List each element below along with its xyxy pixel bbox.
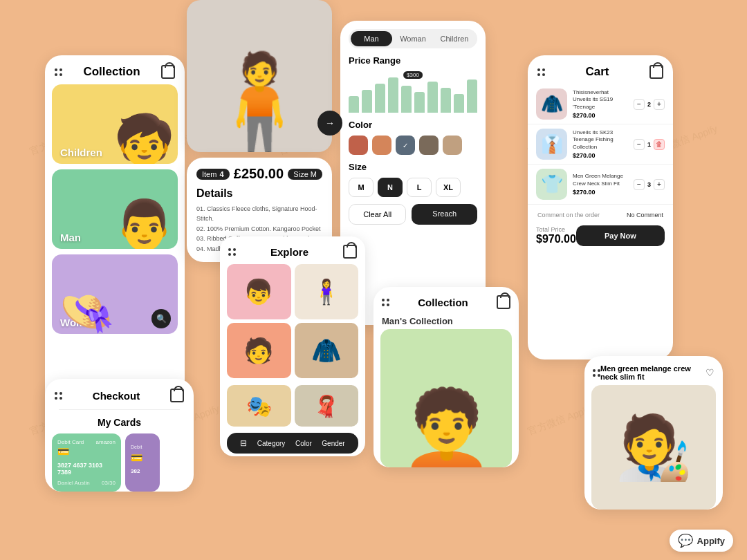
product-detail-wrap: 🧍 Item4 £250.00 Size M Details 01. Class…	[187, 0, 332, 262]
explore-item-5[interactable]: 🎭	[227, 385, 291, 427]
menu-icon[interactable]	[593, 369, 600, 377]
explore-item-4[interactable]: 🧥	[295, 323, 359, 378]
color-label: Color	[340, 120, 486, 130]
woman-card[interactable]: Woman 🔍 👒	[52, 254, 178, 334]
filter-gender[interactable]: Gender	[322, 440, 344, 447]
cart-item-1-price: $270.00	[573, 112, 628, 119]
tab-woman[interactable]: Woman	[392, 31, 434, 46]
cart-screen: Cart 🧥 Thisisneverhat Unveils its SS19 '…	[528, 55, 673, 360]
menu-icon[interactable]	[228, 248, 236, 256]
price-bar	[375, 84, 385, 113]
price-range-label: Price Range	[340, 55, 486, 66]
pay-now-button[interactable]: Pay Now	[576, 225, 665, 246]
children-card[interactable]: Children 🧒	[52, 84, 178, 164]
tab-children[interactable]: Children	[434, 31, 475, 46]
product-detail2-header: Men green melange crew neck slim fit ♡	[584, 356, 723, 385]
product2-name: Men green melange crew neck slim fit	[600, 364, 706, 381]
children-figure: 🧒	[114, 115, 174, 164]
checkout-title: Checkout	[62, 390, 170, 402]
heart-icon[interactable]: ♡	[706, 367, 714, 378]
price-bar	[401, 86, 412, 113]
price-chart: $300	[349, 71, 477, 113]
qty-plus-3[interactable]: +	[654, 179, 665, 190]
cart-item-1-name: Thisisneverhat Unveils its SS19 'Teenage	[573, 89, 628, 111]
filter-tabs: Man Woman Children	[349, 29, 477, 48]
cart-item-1: 🧥 Thisisneverhat Unveils its SS19 'Teena…	[528, 84, 673, 124]
appify-label: Appify	[697, 536, 725, 546]
explore-item-2[interactable]: 🧍‍♀️	[295, 264, 359, 319]
debit-card-2[interactable]: Debit 💳 382	[125, 433, 160, 492]
explore-grid-row2: 🎭 🧣	[220, 385, 365, 430]
total-label: Total Price	[536, 226, 576, 233]
color-swatches	[340, 136, 486, 155]
woman-search-btn[interactable]: 🔍	[151, 309, 171, 328]
cart-item-3-img: 👕	[536, 169, 567, 200]
cart-icon[interactable]	[343, 245, 357, 259]
menu-icon[interactable]	[537, 68, 545, 76]
size-l[interactable]: L	[407, 178, 432, 197]
product-meta-row: Item4 £250.00 Size M	[196, 166, 322, 182]
comment-value: No Comment	[627, 212, 663, 218]
explore-item-1[interactable]: 👦	[227, 264, 291, 319]
cart-title: Cart	[545, 65, 649, 79]
cart-item-3-name: Men Green Melange Crew Neck Slim Fit	[573, 173, 628, 187]
menu-icon[interactable]	[55, 68, 62, 76]
size-n[interactable]: N	[378, 178, 403, 197]
cart-item-2: 👔 Unveils its SK23 Teenage Fishing Colle…	[528, 124, 673, 165]
qty-minus-1[interactable]: −	[634, 99, 645, 110]
cart-icon[interactable]	[649, 65, 663, 79]
explore-item-6[interactable]: 🧣	[295, 385, 359, 427]
qty-minus-2[interactable]: −	[634, 139, 645, 150]
cart-item-1-info: Thisisneverhat Unveils its SS19 'Teenage…	[573, 89, 628, 119]
cart-item-3-info: Men Green Melange Crew Neck Slim Fit $27…	[573, 173, 628, 196]
cart-item-1-qty: − 2 +	[634, 99, 665, 110]
cart-icon[interactable]	[161, 65, 175, 79]
item-badge: Item4	[196, 169, 230, 180]
explore-item-3[interactable]: 🧑	[227, 323, 291, 378]
price-bar	[454, 94, 464, 113]
cart-icon[interactable]	[497, 295, 510, 309]
children-label: Children	[60, 147, 102, 158]
menu-icon[interactable]	[55, 392, 62, 400]
color-swatch-red[interactable]	[349, 136, 368, 155]
man-card[interactable]: Man 👨	[52, 169, 178, 249]
price-bar	[427, 82, 438, 113]
filter-color[interactable]: Color	[295, 440, 312, 447]
divider	[59, 409, 180, 410]
qty-delete-2[interactable]: 🗑	[654, 139, 665, 150]
cart-icon[interactable]	[170, 389, 184, 402]
qty-minus-3[interactable]: −	[634, 179, 645, 190]
appify-badge: 💬 Appify	[670, 530, 733, 552]
filter-category[interactable]: Category	[257, 440, 286, 447]
filter-bar: ⊟ Category Color Gender	[227, 433, 358, 454]
total-amount: $970.00	[536, 233, 576, 245]
size-m[interactable]: M	[349, 178, 374, 197]
cart-item-3-qty: − 3 +	[634, 179, 665, 190]
price-bar	[388, 77, 398, 113]
search-button[interactable]: Sreach	[412, 204, 477, 225]
qty-plus-1[interactable]: +	[654, 99, 665, 110]
menu-icon[interactable]	[382, 299, 389, 306]
card-chip-1: 💳	[57, 446, 69, 457]
next-button[interactable]: →	[317, 111, 342, 136]
color-swatch-brown[interactable]	[419, 136, 439, 155]
debit-card-1[interactable]: Debit Card amazon 💳 3827 4637 3103 7389 …	[52, 433, 121, 492]
cart-footer: Comment on the order No Comment Total Pr…	[528, 205, 673, 260]
color-swatch-blue[interactable]	[396, 136, 415, 155]
color-swatch-orange[interactable]	[372, 136, 391, 155]
cart-item-2-img: 👔	[536, 129, 567, 160]
size-buttons: M N L XL	[340, 178, 486, 197]
size-xl[interactable]: XL	[436, 178, 461, 197]
product-figure: 🧍	[199, 55, 320, 152]
explore-screen: Explore 👦 🧍‍♀️ 🧑 🧥 🎭 🧣 ⊟ Category Color …	[220, 236, 365, 456]
cart-item-3: 👕 Men Green Melange Crew Neck Slim Fit $…	[528, 165, 673, 205]
product-detail2-screen: Men green melange crew neck slim fit ♡ 🧑…	[584, 356, 723, 510]
filter-icon: ⊟	[240, 438, 247, 448]
product2-image: 🧑‍🎨	[591, 385, 716, 510]
woman-figure: 👒	[59, 289, 115, 334]
detail-item: 01. Classics Fleece cloths, Signature Ho…	[196, 204, 322, 224]
cart-item-1-img: 🧥	[536, 88, 567, 120]
clear-all-button[interactable]: Clear All	[349, 204, 406, 225]
color-swatch-tan[interactable]	[443, 136, 462, 155]
tab-man[interactable]: Man	[351, 31, 392, 46]
